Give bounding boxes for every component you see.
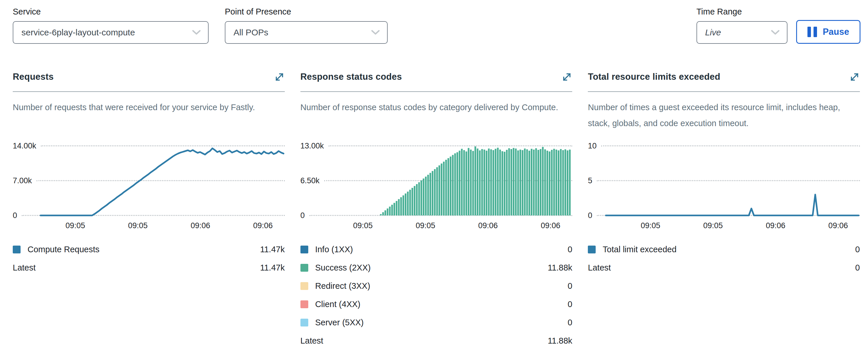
charts-grid: Requests Number of requests that were re… xyxy=(0,44,868,350)
pop-select-value: All POPs xyxy=(234,28,268,37)
x-axis: 09:05 09:05 09:06 09:06 xyxy=(13,221,285,234)
divider xyxy=(301,91,572,92)
legend-label: Success (2XX) xyxy=(315,263,371,272)
x-tick: 09:06 xyxy=(766,221,785,230)
x-tick: 09:05 xyxy=(703,221,723,230)
legend-row: Redirect (3XX)0 xyxy=(301,277,572,295)
y-tick: 5 xyxy=(588,176,597,185)
legend-value: 11.47k xyxy=(260,263,285,272)
service-field: Service service-6play-layout-compute xyxy=(13,7,209,44)
legend-row: Latest11.88k xyxy=(301,332,572,350)
legend-label: Client (4XX) xyxy=(315,299,361,309)
expand-icon[interactable] xyxy=(849,71,860,82)
legend-label: Latest xyxy=(301,336,323,346)
y-tick: 10 xyxy=(588,142,601,150)
legend-swatch-icon xyxy=(301,264,308,272)
x-tick: 09:06 xyxy=(540,221,560,230)
legend-row: Total limit exceeded0 xyxy=(588,240,860,259)
legend-row: Compute Requests11.47k xyxy=(13,240,285,259)
legend-row: Info (1XX)0 xyxy=(301,240,572,259)
panel-description: Number of response status codes by categ… xyxy=(301,99,572,132)
requests-chart: 14.00k 7.00k 0 xyxy=(13,146,285,215)
x-tick: 09:05 xyxy=(641,221,660,230)
panel-requests: Requests Number of requests that were re… xyxy=(13,70,285,350)
x-tick: 09:05 xyxy=(65,221,85,230)
y-tick: 13.00k xyxy=(301,142,329,150)
legend-value: 0 xyxy=(567,281,572,291)
x-tick: 09:06 xyxy=(828,221,848,230)
x-tick: 09:06 xyxy=(478,221,498,230)
time-range-field: Time Range Live xyxy=(696,7,787,44)
legend-label: Compute Requests xyxy=(28,245,99,254)
service-label: Service xyxy=(13,7,209,17)
pause-button-label: Pause xyxy=(823,27,849,37)
legend-value: 11.47k xyxy=(260,245,285,254)
legend-value: 11.88k xyxy=(548,263,572,272)
pause-button[interactable]: Pause xyxy=(796,20,861,44)
y-tick: 14.00k xyxy=(13,142,41,150)
legend-value: 0 xyxy=(567,318,572,327)
legend-row: Client (4XX)0 xyxy=(301,295,572,314)
legend-row: Latest0 xyxy=(588,259,860,277)
legend-row: Latest11.47k xyxy=(13,259,285,277)
legend-value: 11.88k xyxy=(548,336,572,346)
panel-response-status-codes: Response status codes Number of response… xyxy=(301,70,572,350)
legend-swatch-icon xyxy=(301,319,308,326)
time-range-select[interactable]: Live xyxy=(696,21,787,44)
status-codes-chart: 13.00k 6.50k 0 xyxy=(301,146,572,215)
x-axis: 09:05 09:05 09:06 09:06 xyxy=(588,221,860,234)
legend-swatch-icon xyxy=(13,245,21,254)
pop-label: Point of Presence xyxy=(225,7,388,17)
panel-resource-limits: Total resource limits exceeded Number of… xyxy=(588,70,860,350)
x-tick: 09:05 xyxy=(353,221,373,230)
resource-limits-line-series xyxy=(606,146,859,215)
resource-limits-chart: 10 5 0 xyxy=(588,146,860,215)
chevron-down-icon xyxy=(371,30,380,35)
time-range-label: Time Range xyxy=(696,7,787,17)
legend: Compute Requests11.47kLatest11.47k xyxy=(13,240,285,277)
legend-label: Info (1XX) xyxy=(315,245,353,254)
service-select[interactable]: service-6play-layout-compute xyxy=(13,21,209,44)
legend-swatch-icon xyxy=(301,300,308,308)
legend-value: 0 xyxy=(855,263,860,272)
x-axis: 09:05 09:05 09:06 09:06 xyxy=(301,221,572,234)
panel-title: Total resource limits exceeded xyxy=(588,71,720,82)
legend-label: Server (5XX) xyxy=(315,318,364,327)
legend: Total limit exceeded0Latest0 xyxy=(588,240,860,277)
requests-line-series xyxy=(40,146,284,215)
service-select-value: service-6play-layout-compute xyxy=(22,28,135,37)
panel-description: Number of times a guest exceeded its res… xyxy=(588,99,860,132)
y-tick: 0 xyxy=(13,211,22,220)
legend-row: Success (2XX)11.88k xyxy=(301,259,572,277)
status-codes-bar-series xyxy=(328,146,571,215)
panel-title: Response status codes xyxy=(301,71,402,82)
expand-icon[interactable] xyxy=(274,71,285,82)
x-tick: 09:06 xyxy=(191,221,210,230)
divider xyxy=(13,91,285,92)
x-tick: 09:06 xyxy=(253,221,273,230)
x-tick: 09:05 xyxy=(416,221,435,230)
legend-swatch-icon xyxy=(588,245,596,254)
y-tick: 0 xyxy=(588,211,597,220)
legend-label: Latest xyxy=(588,263,611,272)
legend-row: Server (5XX)0 xyxy=(301,314,572,332)
pop-field: Point of Presence All POPs xyxy=(225,7,388,44)
legend-swatch-icon xyxy=(301,282,308,290)
divider xyxy=(588,91,860,92)
legend-label: Redirect (3XX) xyxy=(315,281,370,291)
legend-label: Total limit exceeded xyxy=(602,245,677,254)
panel-title: Requests xyxy=(13,71,54,82)
pop-select[interactable]: All POPs xyxy=(225,21,388,44)
expand-icon[interactable] xyxy=(561,71,572,82)
time-controls: Time Range Live Pause xyxy=(696,7,861,44)
chevron-down-icon xyxy=(192,30,201,35)
panel-description: Number of requests that were received fo… xyxy=(13,99,285,132)
y-tick: 7.00k xyxy=(13,176,36,185)
legend: Info (1XX)0Success (2XX)11.88kRedirect (… xyxy=(301,240,572,350)
legend-value: 0 xyxy=(855,245,860,254)
legend-value: 0 xyxy=(567,299,572,309)
y-tick: 0 xyxy=(301,211,309,220)
chevron-down-icon xyxy=(771,30,780,35)
legend-swatch-icon xyxy=(301,245,308,254)
y-tick: 6.50k xyxy=(301,176,324,185)
